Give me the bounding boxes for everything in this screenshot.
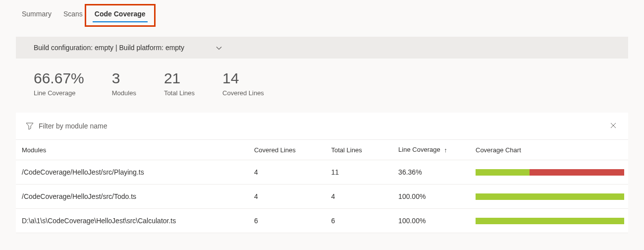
- stat-label: Modules: [112, 89, 136, 97]
- filter-input[interactable]: [39, 122, 608, 130]
- stat-value: 3: [112, 69, 136, 87]
- build-config-text: Build configuration: empty | Build platf…: [34, 44, 184, 52]
- table-row[interactable]: /CodeCoverage/HelloJest/src/Playing.ts41…: [16, 160, 628, 185]
- stat-value: 14: [222, 69, 264, 87]
- cell-line-coverage: 100.00%: [394, 185, 472, 209]
- stat-modules: 3 Modules: [112, 69, 136, 97]
- col-header-total-lines[interactable]: Total Lines: [327, 140, 395, 160]
- stat-line-coverage: 66.67% Line Coverage: [34, 69, 84, 97]
- table-row[interactable]: /CodeCoverage/HelloJest/src/Todo.ts44100…: [16, 185, 628, 209]
- stats-row: 66.67% Line Coverage 3 Modules 21 Total …: [0, 59, 644, 101]
- col-header-covered-lines[interactable]: Covered Lines: [250, 140, 327, 160]
- cell-total-lines: 6: [327, 209, 395, 233]
- chevron-down-icon: [216, 45, 222, 51]
- cell-module: /CodeCoverage/HelloJest/src/Playing.ts: [16, 160, 250, 185]
- cell-total-lines: 11: [327, 160, 395, 185]
- stat-covered-lines: 14 Covered Lines: [222, 69, 264, 97]
- cell-covered-lines: 6: [250, 209, 327, 233]
- stat-value: 66.67%: [34, 69, 84, 87]
- coverage-bar-uncovered: [530, 169, 624, 176]
- table-row[interactable]: D:\a\1\s\CodeCoverage\HelloJest\src\Calc…: [16, 209, 628, 233]
- col-header-modules[interactable]: Modules: [16, 140, 250, 160]
- tab-scans[interactable]: Scans: [57, 10, 89, 22]
- cell-line-coverage: 36.36%: [394, 160, 472, 185]
- stat-label: Line Coverage: [34, 89, 84, 97]
- stat-label: Covered Lines: [222, 89, 264, 97]
- cell-coverage-chart: [472, 185, 628, 209]
- modules-table: Modules Covered Lines Total Lines Line C…: [16, 140, 628, 233]
- modules-table-container: Modules Covered Lines Total Lines Line C…: [16, 113, 628, 233]
- cell-line-coverage: 100.00%: [394, 209, 472, 233]
- cell-total-lines: 4: [327, 185, 395, 209]
- close-icon[interactable]: [608, 120, 618, 132]
- filter-row: [16, 113, 628, 140]
- tab-summary[interactable]: Summary: [16, 10, 57, 22]
- filter-icon: [26, 122, 34, 130]
- stat-label: Total Lines: [164, 89, 195, 97]
- col-header-coverage-chart[interactable]: Coverage Chart: [472, 140, 628, 160]
- tab-code-coverage[interactable]: Code Coverage: [89, 10, 152, 22]
- sort-ascending-icon: ↑: [444, 146, 447, 154]
- coverage-bar: [476, 193, 624, 200]
- build-config-bar[interactable]: Build configuration: empty | Build platf…: [16, 37, 628, 59]
- coverage-bar: [476, 169, 624, 176]
- cell-coverage-chart: [472, 209, 628, 233]
- cell-coverage-chart: [472, 160, 628, 185]
- stat-value: 21: [164, 69, 195, 87]
- stat-total-lines: 21 Total Lines: [164, 69, 195, 97]
- coverage-bar-covered: [476, 193, 624, 200]
- cell-covered-lines: 4: [250, 185, 327, 209]
- coverage-bar-covered: [476, 218, 624, 224]
- col-header-line-coverage-label: Line Coverage: [398, 146, 440, 153]
- cell-covered-lines: 4: [250, 160, 327, 185]
- tabs-bar: Summary Scans Code Coverage: [0, 0, 644, 22]
- col-header-line-coverage[interactable]: Line Coverage ↑: [394, 140, 472, 160]
- cell-module: /CodeCoverage/HelloJest/src/Todo.ts: [16, 185, 250, 209]
- coverage-bar: [476, 218, 624, 224]
- coverage-bar-covered: [476, 169, 530, 176]
- cell-module: D:\a\1\s\CodeCoverage\HelloJest\src\Calc…: [16, 209, 250, 233]
